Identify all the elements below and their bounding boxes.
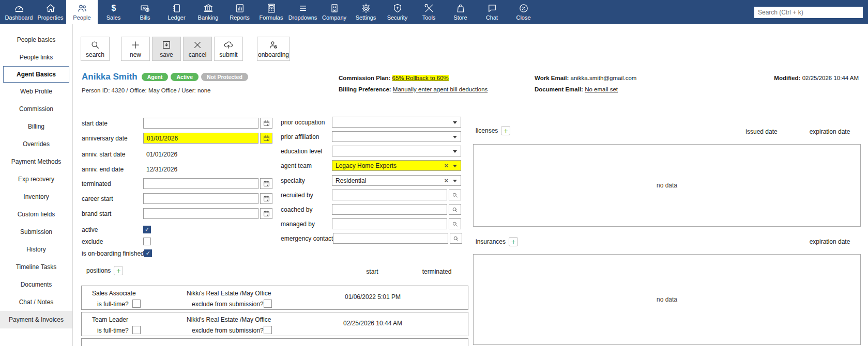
field-start-date: start date <box>82 118 272 129</box>
lookup-button[interactable] <box>449 204 461 215</box>
field-emergency-contact: emergency contact <box>281 233 462 244</box>
lookup-button[interactable] <box>449 218 461 229</box>
field-label: active <box>82 226 143 233</box>
cancel-button[interactable]: cancel <box>183 37 212 61</box>
field-label: brand start <box>82 210 143 217</box>
agent-name: Anikka Smith <box>82 72 138 82</box>
onboarding-button[interactable]: onboarding <box>257 37 290 61</box>
specialty-select[interactable]: Residential× <box>332 175 461 186</box>
calendar-button[interactable] <box>260 133 272 144</box>
nav-item-bills[interactable]: $ Bills <box>129 0 161 24</box>
education-level-select[interactable] <box>332 146 461 156</box>
billing-preference-link[interactable]: Manually enter agent bill deductions <box>393 86 488 92</box>
properties-icon <box>45 3 56 13</box>
career-start-input[interactable] <box>144 194 258 203</box>
active-checkbox[interactable] <box>143 226 151 233</box>
managed-by-input[interactable] <box>332 218 447 229</box>
nav-item-formulas[interactable]: Formulas <box>255 0 287 24</box>
terminated-date-input[interactable] <box>144 179 258 188</box>
prior-occupation-select[interactable] <box>332 117 461 128</box>
onboarding-finished-checkbox[interactable] <box>144 249 152 257</box>
svg-text:$: $ <box>111 4 116 12</box>
sidebar-item-agent-basics[interactable]: Agent Basics <box>3 66 69 83</box>
exclude-checkbox[interactable] <box>143 238 151 245</box>
nav-item-ledger[interactable]: Ledger <box>161 0 192 24</box>
sidebar: People basics People links Agent Basics … <box>0 24 73 346</box>
clear-icon[interactable]: × <box>444 162 448 169</box>
sidebar-item-web-profile[interactable]: Web Profile <box>0 83 72 100</box>
sidebar-item-inventory[interactable]: Inventory <box>0 188 72 206</box>
nav-label: Company <box>322 14 346 21</box>
calendar-button[interactable] <box>260 178 272 189</box>
nav-item-properties[interactable]: Properties <box>35 0 66 24</box>
sales-icon: $ <box>109 3 119 13</box>
new-button[interactable]: new <box>121 37 150 61</box>
save-button[interactable]: save <box>152 37 181 61</box>
nav-item-close[interactable]: Close <box>508 0 539 24</box>
sidebar-item-billing[interactable]: Billing <box>0 118 72 135</box>
nav-item-store[interactable]: Store <box>445 0 476 24</box>
sidebar-item-timeline-tasks[interactable]: Timeline Tasks <box>0 258 72 276</box>
nav-item-sales[interactable]: $ Sales <box>98 0 129 24</box>
exclude-from-submission-label: exclude from submission? <box>192 301 264 308</box>
nav-item-chat[interactable]: Chat <box>476 0 508 24</box>
nav-item-banking[interactable]: Banking <box>192 0 224 24</box>
calendar-button[interactable] <box>260 208 272 219</box>
sidebar-item-custom-fields[interactable]: Custom fields <box>0 206 72 223</box>
fulltime-checkbox[interactable] <box>132 326 141 334</box>
sidebar-item-payment-methods[interactable]: Payment Methods <box>0 153 72 170</box>
calendar-button[interactable] <box>260 118 272 129</box>
exclude-from-submission-checkbox[interactable] <box>264 326 272 334</box>
global-search-input[interactable] <box>754 7 863 18</box>
nav-item-dropdowns[interactable]: Dropdowns <box>287 0 318 24</box>
clear-icon[interactable]: × <box>444 177 448 184</box>
nav-item-tools[interactable]: Tools <box>413 0 445 24</box>
sidebar-item-exp-recovery[interactable]: Exp recovery <box>0 170 72 188</box>
button-label: new <box>130 51 141 58</box>
start-date-input[interactable] <box>144 118 258 128</box>
search-icon <box>453 235 459 242</box>
agent-team-select[interactable]: Legacy Home Experts× <box>332 160 461 171</box>
document-email-link[interactable]: No email set <box>585 86 618 92</box>
nav-item-settings[interactable]: Settings <box>350 0 382 24</box>
anniversary-date-input[interactable] <box>144 133 258 143</box>
fulltime-checkbox[interactable] <box>132 300 141 308</box>
sidebar-item-commission[interactable]: Commission <box>0 100 72 118</box>
add-insurance-button[interactable]: + <box>509 237 518 246</box>
search-button[interactable]: search <box>81 37 110 61</box>
sidebar-item-submission[interactable]: Submission <box>0 223 72 241</box>
brand-start-input[interactable] <box>144 209 258 218</box>
button-label: onboarding <box>258 51 289 58</box>
nav-item-people[interactable]: People <box>66 0 98 24</box>
nav-item-security[interactable]: Security <box>382 0 413 24</box>
field-label: specialty <box>281 177 332 184</box>
calendar-button[interactable] <box>260 193 272 204</box>
submit-button[interactable]: submit <box>214 37 243 61</box>
nav-item-company[interactable]: Company <box>318 0 350 24</box>
sidebar-item-chat-notes[interactable]: Chat / Notes <box>0 293 72 311</box>
recruited-by-input[interactable] <box>332 190 447 200</box>
nav-item-reports[interactable]: Reports <box>224 0 255 24</box>
emergency-contact-input[interactable] <box>333 233 448 244</box>
add-position-button[interactable]: + <box>114 266 123 275</box>
lookup-button[interactable] <box>449 190 461 200</box>
nav-label: Store <box>453 14 467 21</box>
commission-plan-link[interactable]: 65% Rollback to 60% <box>392 75 449 81</box>
nav-item-dashboard[interactable]: Dashboard <box>3 0 35 24</box>
sidebar-item-payment-invoices[interactable]: Payment & Invoices <box>0 311 72 328</box>
calendar-icon <box>263 135 270 141</box>
field-label: anniv. end date <box>82 166 143 173</box>
sidebar-item-documents[interactable]: Documents <box>0 276 72 293</box>
sidebar-item-people-links[interactable]: People links <box>0 49 72 66</box>
exclude-from-submission-checkbox[interactable] <box>264 300 272 308</box>
sidebar-item-history[interactable]: History <box>0 241 72 258</box>
add-license-button[interactable]: + <box>501 126 510 135</box>
sidebar-item-overrides[interactable]: Overrides <box>0 135 72 153</box>
coached-by-input[interactable] <box>332 204 447 215</box>
lookup-button[interactable] <box>450 233 462 244</box>
calendar-icon <box>263 180 270 187</box>
anniv-start-date-value: 01/01/2026 <box>143 151 177 158</box>
sidebar-item-people-basics[interactable]: People basics <box>0 31 72 49</box>
field-label: emergency contact <box>281 235 333 242</box>
prior-affiliation-select[interactable] <box>332 131 461 142</box>
